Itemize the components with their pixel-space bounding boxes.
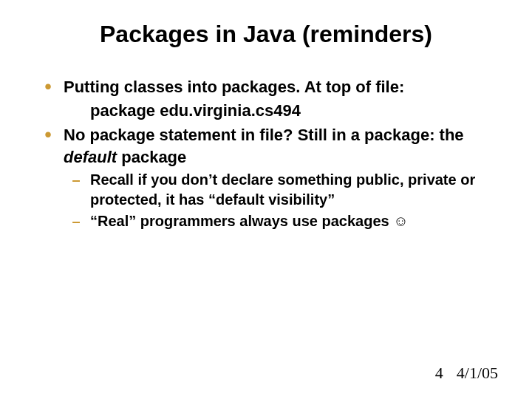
text-run: package [117, 148, 186, 166]
dash-icon: – [71, 170, 81, 190]
page-number: 4 [435, 364, 443, 382]
sub-bullet-text: Recall if you don’t declare something pu… [90, 170, 495, 210]
dash-icon: – [71, 211, 81, 231]
text-run: No package statement in file? Still in a… [64, 126, 464, 144]
text-emphasis: default [64, 148, 117, 166]
sub-bullet-item: – “Real” programmers always use packages… [43, 211, 495, 231]
sub-bullet-item: – Recall if you don’t declare something … [43, 170, 495, 210]
bullet-icon: • [43, 124, 53, 146]
bullet-continuation: package edu.virginia.cs494 [43, 100, 495, 122]
bullet-item: • No package statement in file? Still in… [43, 124, 495, 168]
bullet-item: • Putting classes into packages. At top … [43, 76, 495, 98]
bullet-text: Putting classes into packages. At top of… [64, 76, 495, 98]
slide-title: Packages in Java (reminders) [37, 21, 495, 48]
bullet-icon: • [43, 76, 53, 98]
sub-bullet-text: “Real” programmers always use packages ☺ [90, 211, 495, 231]
slide-content: • Putting classes into packages. At top … [37, 76, 495, 231]
bullet-text: No package statement in file? Still in a… [64, 124, 495, 168]
footer-date: 4/1/05 [457, 364, 498, 382]
slide: Packages in Java (reminders) • Putting c… [0, 0, 532, 399]
slide-footer: 44/1/05 [435, 364, 498, 383]
